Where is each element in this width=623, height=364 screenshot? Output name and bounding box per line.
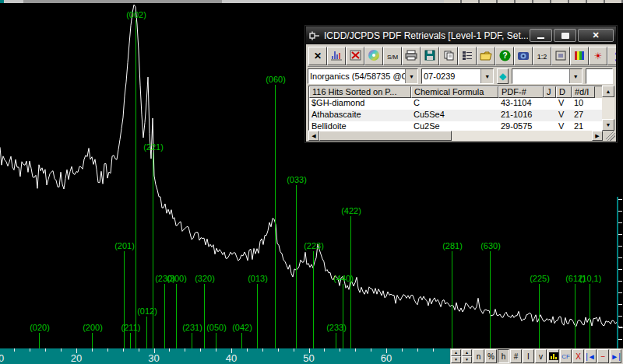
peak-line-(612) <box>575 284 575 348</box>
status-button-X[interactable]: X <box>572 349 584 363</box>
right-axis-tick <box>618 222 622 223</box>
right-axis-tick <box>618 339 622 340</box>
peak-label: (060) <box>266 75 286 84</box>
status-button-I[interactable]: I <box>523 349 534 363</box>
spin-down-icon[interactable]: ▼ <box>462 356 472 363</box>
right-axis-tick <box>618 269 622 270</box>
peak-label: (012) <box>137 306 157 316</box>
peak-label: (231) <box>182 323 202 332</box>
status-button-#[interactable]: # <box>510 349 522 363</box>
minor-tick <box>216 348 216 352</box>
peak-label: (233) <box>326 323 347 332</box>
diffraction-chart[interactable]: (020)(200)(201)(211)(002)(012)(221)(230)… <box>0 3 623 348</box>
peak-line-(230) <box>164 284 165 348</box>
status-button-v[interactable]: v <box>535 349 547 363</box>
right-axis-tick <box>618 292 622 293</box>
right-axis-tick <box>618 199 622 200</box>
peak-line-(012) <box>146 317 147 348</box>
intensity-spinner[interactable]: ▲▼ <box>451 349 461 363</box>
minor-tick <box>262 348 263 352</box>
peak-line-(211) <box>130 333 131 348</box>
peak-line-(050) <box>216 333 216 348</box>
peak-line-(281) <box>452 251 452 348</box>
minor-tick <box>247 348 248 352</box>
right-axis-tick <box>618 257 622 258</box>
peak-line-(225) <box>539 284 540 348</box>
minor-tick <box>340 348 340 352</box>
peak-line-(201) <box>124 251 125 348</box>
peak-label: (630) <box>480 241 501 250</box>
peak-label: (300) <box>167 274 187 283</box>
right-axis-tick <box>618 281 622 282</box>
histogram-toggle-button[interactable] <box>547 349 559 363</box>
status-button-n[interactable]: n <box>473 349 484 363</box>
minor-tick <box>417 348 418 352</box>
peak-line-(002) <box>136 20 136 348</box>
axis-tick-label-clipped: 10 <box>0 352 4 364</box>
minor-tick <box>139 348 139 352</box>
status-button-panel: ▲▼ ▲▼ n%h#IvCFX|◄−►| <box>450 348 623 364</box>
peak-label: (440) <box>333 274 354 283</box>
right-axis-line <box>617 197 618 348</box>
xrd-app-screen: (020)(200)(201)(211)(002)(012)(221)(230)… <box>0 0 623 364</box>
peak-line-(300) <box>176 284 177 348</box>
minor-tick <box>61 348 62 352</box>
peak-line-(223) <box>313 251 314 348</box>
peak-label: (002) <box>126 10 146 19</box>
minor-tick <box>324 348 325 352</box>
right-axis-tick <box>618 327 622 328</box>
peak-label: (033) <box>287 175 307 184</box>
range-spinner[interactable]: ▲▼ <box>462 349 472 363</box>
minor-tick <box>278 348 279 352</box>
minor-tick <box>169 348 170 352</box>
peak-line-(320) <box>204 284 205 348</box>
peak-line-(042) <box>241 333 242 348</box>
peak-label: (211) <box>121 323 141 332</box>
peak-line-(630) <box>490 251 491 348</box>
right-axis-tick <box>618 234 622 235</box>
peak-line-(10,1) <box>590 284 590 348</box>
peak-label: (013) <box>248 274 268 283</box>
axis-tick-label: 30 <box>148 352 159 364</box>
peak-label: (221) <box>143 142 164 152</box>
peak-label: (223) <box>304 241 324 250</box>
spin-down-icon[interactable]: ▼ <box>451 356 461 363</box>
peak-line-(231) <box>192 333 192 348</box>
status-button-CF[interactable]: CF <box>560 349 572 363</box>
status-button-%[interactable]: % <box>485 349 497 363</box>
two-theta-axis[interactable]: 203040506010 <box>0 348 450 364</box>
diffraction-trace <box>0 3 623 348</box>
peak-label: (042) <box>232 323 252 332</box>
peak-label: (200) <box>83 323 103 332</box>
axis-tick-label: 20 <box>71 352 82 364</box>
minor-tick <box>200 348 201 352</box>
right-axis-tick <box>618 246 622 247</box>
peak-label: (050) <box>206 323 227 332</box>
minor-tick <box>92 348 93 352</box>
status-button-►|[interactable]: ►| <box>610 349 621 363</box>
peak-line-(440) <box>343 284 343 348</box>
spin-up-icon[interactable]: ▲ <box>451 349 461 356</box>
status-button-−[interactable]: − <box>597 349 609 363</box>
minor-tick <box>185 348 185 352</box>
peak-label: (281) <box>442 241 463 250</box>
spin-up-icon[interactable]: ▲ <box>462 349 472 356</box>
status-button-|◄[interactable]: |◄ <box>585 349 597 363</box>
minor-tick <box>123 348 124 352</box>
peak-line-(060) <box>275 85 276 348</box>
axis-tick-label: 40 <box>226 352 237 364</box>
minor-tick <box>402 348 403 352</box>
minor-tick <box>45 348 46 352</box>
minor-tick <box>30 348 30 352</box>
minor-tick <box>14 348 15 352</box>
right-axis-tick <box>618 211 622 212</box>
status-button-h[interactable]: h <box>498 349 509 363</box>
peak-line-(020) <box>39 333 40 348</box>
peak-label: (201) <box>114 241 135 250</box>
peak-line-(200) <box>92 333 93 348</box>
peak-label: (320) <box>195 274 215 283</box>
peak-line-(221) <box>153 152 153 348</box>
axis-tick-label: 50 <box>303 352 314 364</box>
minor-tick <box>433 348 434 352</box>
histogram-icon <box>549 352 558 360</box>
